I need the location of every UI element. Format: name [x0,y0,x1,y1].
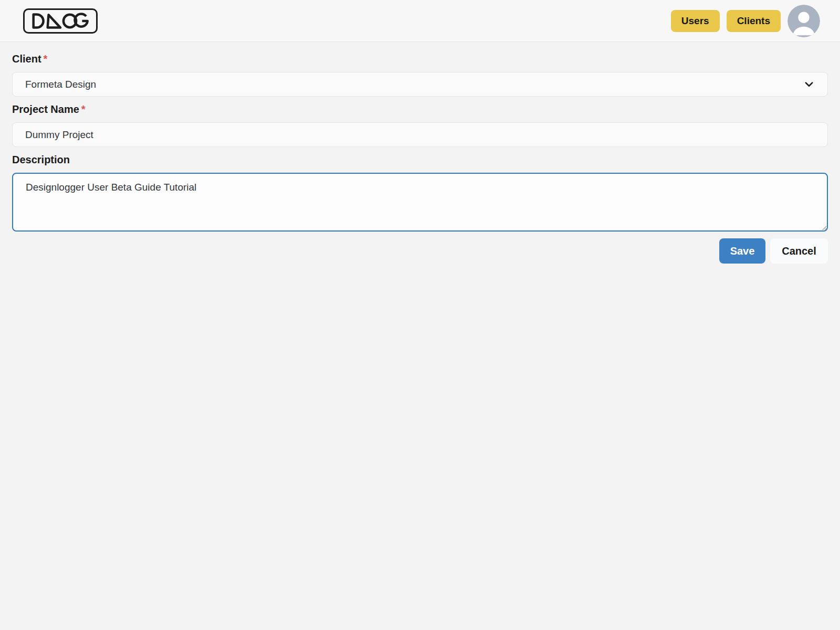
client-label-text: Client [12,53,41,65]
cancel-button[interactable]: Cancel [770,238,828,264]
client-select-value: Formeta Design [25,79,96,90]
header-actions: Users Clients [671,5,820,37]
description-label: Description [12,152,828,167]
project-name-input[interactable] [12,122,828,147]
users-button[interactable]: Users [671,10,720,32]
description-textarea[interactable]: Designlogger User Beta Guide Tutorial [12,173,828,232]
clients-button[interactable]: Clients [727,10,781,32]
dlog-logo-icon [29,12,91,30]
client-required-asterisk: * [44,53,48,65]
save-button[interactable]: Save [719,238,765,264]
project-form: Client* Formeta Design Project Name* Des… [0,42,840,264]
app-logo[interactable] [23,8,98,34]
project-name-required-asterisk: * [81,103,86,115]
project-name-label: Project Name* [12,102,828,117]
chevron-down-icon [804,80,814,89]
description-label-text: Description [12,154,70,165]
form-actions: Save Cancel [12,238,828,264]
avatar[interactable] [788,5,820,37]
client-label: Client* [12,51,828,66]
header: Users Clients [0,0,840,42]
project-name-label-text: Project Name [12,103,79,115]
client-select[interactable]: Formeta Design [12,72,828,97]
user-avatar-icon [788,5,820,37]
